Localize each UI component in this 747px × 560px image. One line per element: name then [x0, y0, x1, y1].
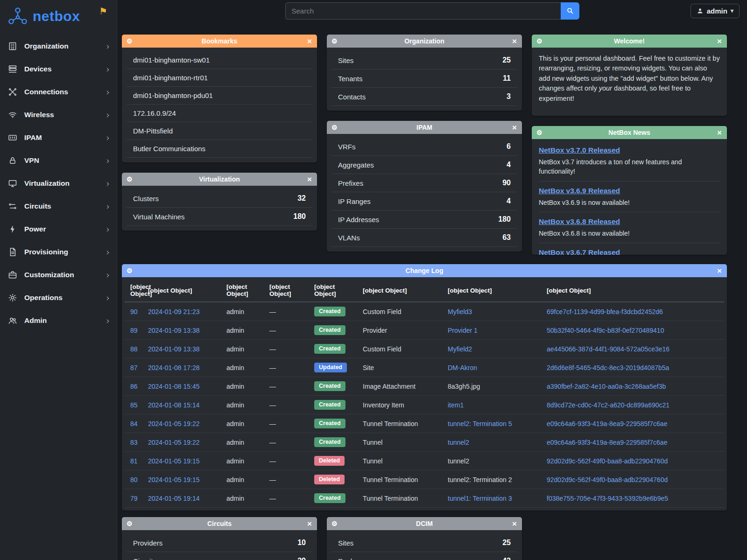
sidebar-item[interactable]: Operations ›: [0, 286, 117, 309]
changelog-object[interactable]: item1: [448, 401, 464, 409]
sidebar-item[interactable]: Power ›: [0, 217, 117, 240]
changelog-time-link[interactable]: 2024-01-09 13:38: [148, 327, 200, 334]
changelog-request-id-link[interactable]: 8d9cd72e-cd0c-47c2-a620-dc899a690c21: [547, 401, 669, 409]
stat-label[interactable]: Racks: [338, 557, 358, 560]
gear-icon[interactable]: ⚙: [127, 38, 133, 44]
gear-icon[interactable]: ⚙: [127, 176, 133, 182]
close-icon[interactable]: ×: [307, 37, 312, 45]
changelog-time-link[interactable]: 2024-01-05 19:22: [148, 420, 200, 427]
changelog-id-link[interactable]: 79: [130, 495, 138, 502]
gear-icon[interactable]: ⚙: [536, 129, 543, 136]
sidebar-item[interactable]: Organization ›: [0, 35, 117, 57]
changelog-time-link[interactable]: 2024-01-08 15:14: [148, 401, 200, 409]
news-headline-link[interactable]: NetBox v3.6.8 Released: [539, 217, 620, 226]
gear-icon[interactable]: ⚙: [331, 124, 338, 131]
close-icon[interactable]: ×: [717, 129, 722, 137]
changelog-request-id-link[interactable]: 2d6d6e8f-5465-45dc-8ec3-2019d4087b5a: [547, 364, 669, 371]
changelog-object[interactable]: Myfield3: [448, 308, 472, 315]
stat-label[interactable]: Tenants: [338, 75, 363, 83]
changelog-object[interactable]: tunnel1: Termination 3: [448, 495, 512, 502]
sidebar-item[interactable]: Admin ›: [0, 309, 117, 332]
news-headline-link[interactable]: NetBox v3.7.0 Released: [539, 146, 620, 154]
sidebar-item[interactable]: Circuits ›: [0, 195, 117, 217]
changelog-id-link[interactable]: 89: [130, 327, 138, 334]
sidebar-item[interactable]: Wireless ›: [0, 103, 117, 126]
changelog-id-link[interactable]: 84: [130, 420, 138, 427]
close-icon[interactable]: ×: [512, 520, 517, 528]
gear-icon[interactable]: ⚙: [536, 38, 543, 44]
bookmark-item[interactable]: dmi01-binghamton-rtr01: [127, 69, 312, 87]
close-icon[interactable]: ×: [717, 37, 722, 45]
changelog-id-link[interactable]: 80: [130, 476, 138, 483]
changelog-object[interactable]: tunnel2: [448, 457, 469, 465]
changelog-request-id-link[interactable]: f038e755-705e-47f3-9433-5392b9e6b9e5: [547, 495, 668, 502]
changelog-time-link[interactable]: 2024-01-05 19:15: [148, 476, 200, 483]
stat-label[interactable]: Clusters: [133, 195, 159, 203]
changelog-object[interactable]: tunnel2: Termination 2: [448, 476, 512, 483]
changelog-request-id-link[interactable]: ae445066-387d-44f1-9084-572a05ce3e16: [547, 345, 669, 353]
stat-label[interactable]: VLANs: [338, 234, 360, 242]
changelog-object[interactable]: Provider 1: [448, 327, 478, 334]
changelog-id-link[interactable]: 88: [130, 345, 138, 353]
changelog-request-id-link[interactable]: 92d02d9c-562f-49f0-baa8-adb22904760d: [547, 457, 668, 465]
close-icon[interactable]: ×: [717, 267, 722, 275]
news-headline-link[interactable]: NetBox v3.6.9 Released: [539, 187, 620, 195]
changelog-time-link[interactable]: 2024-01-09 21:23: [148, 308, 200, 315]
changelog-object[interactable]: DM-Akron: [448, 364, 477, 371]
changelog-object[interactable]: tunnel2: [448, 439, 469, 446]
changelog-time-link[interactable]: 2024-01-08 15:45: [148, 383, 200, 390]
changelog-id-link[interactable]: 87: [130, 364, 138, 371]
changelog-request-id-link[interactable]: 69fce7cf-1139-4d99-bfea-f3dcbd2452d6: [547, 308, 663, 315]
changelog-object[interactable]: 8a3gh5.jpg: [448, 383, 480, 390]
stat-label[interactable]: Contacts: [338, 93, 366, 101]
changelog-request-id-link[interactable]: e09c64a6-93f3-419a-8ea9-229585f7c6ae: [547, 420, 667, 427]
stat-label[interactable]: Sites: [338, 539, 353, 547]
changelog-id-link[interactable]: 90: [130, 308, 138, 315]
search-button[interactable]: [561, 2, 579, 20]
sidebar-item[interactable]: Virtualization ›: [0, 172, 117, 195]
stat-label[interactable]: Providers: [133, 539, 162, 547]
gear-icon[interactable]: ⚙: [331, 38, 338, 44]
changelog-time-link[interactable]: 2024-01-05 19:15: [148, 457, 200, 465]
gear-icon[interactable]: ⚙: [127, 520, 133, 527]
changelog-request-id-link[interactable]: a390fbef-2a82-4e10-aa0a-3c268aa5ef3b: [547, 383, 666, 390]
sidebar-item[interactable]: Connections ›: [0, 80, 117, 103]
close-icon[interactable]: ×: [512, 37, 517, 45]
stat-label[interactable]: Sites: [338, 56, 353, 64]
stat-label[interactable]: Prefixes: [338, 179, 363, 187]
sidebar-item[interactable]: IPAM ›: [0, 126, 117, 149]
stat-label[interactable]: Virtual Machines: [133, 213, 185, 221]
sidebar-item[interactable]: VPN ›: [0, 149, 117, 172]
bookmark-item[interactable]: Butler Communications: [127, 140, 312, 158]
sidebar-item[interactable]: Customization ›: [0, 263, 117, 286]
changelog-request-id-link[interactable]: 50b32f40-5464-4f9c-b83f-0ef270489410: [547, 327, 664, 334]
changelog-id-link[interactable]: 86: [130, 383, 138, 390]
search-input[interactable]: [285, 2, 561, 20]
bookmark-item[interactable]: 172.16.0.9/24: [127, 105, 312, 122]
pin-flag-icon[interactable]: ⚑: [99, 6, 107, 17]
bookmark-item[interactable]: dmi01-binghamton-pdu01: [127, 87, 312, 105]
gear-icon[interactable]: ⚙: [127, 267, 133, 274]
news-headline-link[interactable]: NetBox v3.6.7 Released: [539, 248, 620, 255]
changelog-object[interactable]: tunnel2: Termination 5: [448, 420, 512, 427]
changelog-id-link[interactable]: 83: [130, 439, 138, 446]
stat-label[interactable]: Aggregates: [338, 161, 374, 169]
stat-label[interactable]: IP Ranges: [338, 197, 371, 205]
bookmark-item[interactable]: dmi01-binghamton-sw01: [127, 51, 312, 69]
changelog-request-id-link[interactable]: e09c64a6-93f3-419a-8ea9-229585f7c6ae: [547, 439, 667, 446]
sidebar-item[interactable]: Devices ›: [0, 57, 117, 80]
changelog-time-link[interactable]: 2024-01-05 19:14: [148, 495, 200, 502]
changelog-object[interactable]: Myfield2: [448, 345, 472, 353]
bookmark-item[interactable]: DM-Pittsfield: [127, 122, 312, 140]
stat-label[interactable]: IP Addresses: [338, 216, 379, 224]
changelog-time-link[interactable]: 2024-01-08 17:28: [148, 364, 200, 371]
changelog-id-link[interactable]: 81: [130, 457, 138, 465]
changelog-request-id-link[interactable]: 92d02d9c-562f-49f0-baa8-adb22904760d: [547, 476, 668, 483]
gear-icon[interactable]: ⚙: [331, 520, 338, 527]
changelog-id-link[interactable]: 85: [130, 401, 138, 409]
close-icon[interactable]: ×: [307, 520, 312, 528]
changelog-time-link[interactable]: 2024-01-05 19:22: [148, 439, 200, 446]
close-icon[interactable]: ×: [512, 124, 517, 132]
close-icon[interactable]: ×: [307, 175, 312, 183]
user-menu[interactable]: admin ▾: [691, 4, 740, 18]
